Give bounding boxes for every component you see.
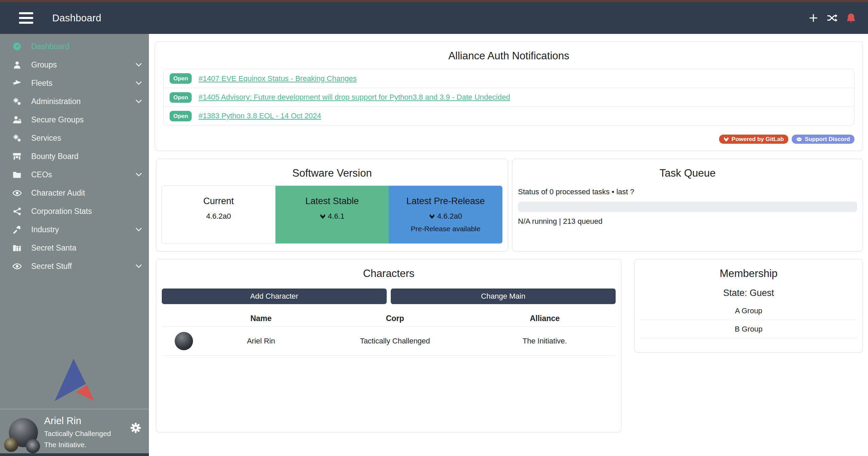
user-settings-button[interactable] <box>130 422 141 434</box>
user-alliance: The Initiative. <box>44 441 111 449</box>
status-badge: Open <box>170 73 192 84</box>
version-prerelease-cell: Latest Pre-Release 4.6.2a0 Pre-Release a… <box>389 186 502 243</box>
user-lock-icon <box>10 115 24 124</box>
user-panel: Ariel Rin Tactically Challenged The Init… <box>0 409 149 453</box>
sidebar-item-fleets[interactable]: Fleets <box>0 74 149 92</box>
gears-icon <box>10 134 24 142</box>
notifications-panel: Alliance Auth Notifications Open #1407 E… <box>155 41 863 151</box>
sidebar-item-bounty-board[interactable]: Bounty Board <box>0 147 149 165</box>
version-label: Current <box>162 196 275 206</box>
sidebar-item-label: Groups <box>31 60 57 70</box>
folder-icon <box>10 170 24 179</box>
status-badge: Open <box>170 92 192 103</box>
task-queue-summary: N/A running | 213 queued <box>518 217 857 226</box>
gitlab-icon <box>429 214 435 219</box>
notification-row: Open #1407 EVE Equinox Status - Breaking… <box>163 69 854 88</box>
notification-link[interactable]: #1405 Advisory: Future development will … <box>198 93 510 102</box>
shuffle-icon <box>827 13 837 23</box>
character-portrait <box>175 332 193 350</box>
sidebar-item-groups[interactable]: Groups <box>0 56 149 74</box>
alliance-auth-logo <box>54 359 94 401</box>
eye-icon <box>10 189 24 198</box>
version-value: 4.6.1 <box>328 212 345 221</box>
column-header-alliance: Alliance <box>474 314 616 323</box>
notifications-title: Alliance Auth Notifications <box>155 42 863 62</box>
sidebar-item-character-audit[interactable]: Character Audit <box>0 184 149 202</box>
support-discord-badge[interactable]: Support Discord <box>792 135 854 144</box>
user-info: Ariel Rin Tactically Challenged The Init… <box>44 415 111 449</box>
characters-buttons: Add Character Change Main <box>162 289 616 304</box>
add-button[interactable] <box>807 12 820 24</box>
version-value: 4.6.2a0 <box>437 212 462 221</box>
sidebar-item-label: Industry <box>31 225 59 234</box>
sidebar-item-services[interactable]: Services <box>0 129 149 147</box>
hamburger-bar <box>19 22 33 24</box>
chevron-down-icon <box>135 171 143 179</box>
powered-by-gitlab-badge[interactable]: Powered by GitLab <box>719 135 788 144</box>
spaceship-icon <box>10 79 24 87</box>
menu-toggle-button[interactable] <box>19 12 33 24</box>
notification-row: Open #1405 Advisory: Future development … <box>163 88 854 106</box>
task-queue-panel: Task Queue Status of 0 processed tasks •… <box>512 159 863 252</box>
add-character-button[interactable]: Add Character <box>162 289 387 304</box>
sidebar-item-industry[interactable]: Industry <box>0 220 149 239</box>
column-header-corp: Corp <box>316 314 474 323</box>
characters-table-header: Name Corp Alliance <box>162 310 616 326</box>
sidebar-item-secret-stuff[interactable]: Secret Stuff <box>0 257 149 275</box>
chevron-down-icon <box>135 61 143 69</box>
user-icon <box>10 61 24 69</box>
sidebar-item-secret-santa[interactable]: Secret Santa <box>0 239 149 257</box>
sidebar-item-label: Services <box>31 134 61 143</box>
gauge-icon <box>10 42 24 51</box>
sidebar-item-label: Corporation Stats <box>31 207 92 216</box>
gitlab-icon <box>724 137 729 142</box>
shuffle-button[interactable] <box>825 12 839 24</box>
version-value: 4.6.2a0 <box>206 212 231 221</box>
chevron-down-icon <box>135 225 143 234</box>
character-alliance: The Initiative. <box>474 337 616 345</box>
page-title: Dashboard <box>52 13 101 24</box>
software-version-title: Software Version <box>156 159 508 179</box>
membership-panel: Membership State: Guest A Group B Group <box>634 259 863 353</box>
membership-groups: A Group B Group <box>640 302 857 338</box>
bell-alert-icon <box>846 13 856 23</box>
notifications-list: Open #1407 EVE Equinox Status - Breaking… <box>163 69 854 125</box>
sidebar-item-label: Administration <box>31 97 81 106</box>
sidebar-item-corporation-stats[interactable]: Corporation Stats <box>0 202 149 220</box>
user-avatar-group <box>9 418 43 453</box>
top-navbar: Dashboard <box>0 2 868 34</box>
badge-label: Powered by GitLab <box>732 136 784 143</box>
character-name: Ariel Rin <box>206 337 316 345</box>
sidebar-item-secure-groups[interactable]: Secure Groups <box>0 111 149 129</box>
discord-icon <box>796 137 802 142</box>
notifications-bell-button[interactable] <box>844 11 858 25</box>
notification-link[interactable]: #1383 Python 3.8 EOL - 14 Oct 2024 <box>198 112 321 120</box>
sidebar-item-dashboard[interactable]: Dashboard <box>0 37 149 56</box>
sidebar-item-ceos[interactable]: CEOs <box>0 165 149 184</box>
chevron-down-icon <box>135 97 143 105</box>
sidebar-item-label: Bounty Board <box>31 152 78 161</box>
prerelease-note: Pre-Release available <box>389 225 502 233</box>
chevron-down-icon <box>135 79 143 87</box>
hammer-icon <box>10 225 24 234</box>
sidebar-item-administration[interactable]: Administration <box>0 92 149 111</box>
software-version-panel: Software Version Current 4.6.2a0 Latest … <box>156 159 508 252</box>
change-main-button[interactable]: Change Main <box>391 289 616 304</box>
notification-link[interactable]: #1407 EVE Equinox Status - Breaking Chan… <box>198 74 356 83</box>
membership-state: State: Guest <box>635 288 863 298</box>
characters-table: Name Corp Alliance Ariel Rin Tactically … <box>162 310 616 356</box>
user-name: Ariel Rin <box>44 415 111 427</box>
characters-title: Characters <box>156 259 621 280</box>
version-label: Latest Stable <box>275 196 389 206</box>
sidebar-item-label: Secret Stuff <box>31 262 72 271</box>
sidebar: Dashboard Groups Fleets Administra <box>0 34 149 456</box>
task-queue-title: Task Queue <box>513 159 863 179</box>
table-row: Ariel Rin Tactically Challenged The Init… <box>162 326 616 356</box>
version-label: Latest Pre-Release <box>389 196 502 206</box>
alliance-logo <box>26 439 40 453</box>
hamburger-bar <box>19 12 33 14</box>
list-item: B Group <box>640 320 857 338</box>
sidebar-nav: Dashboard Groups Fleets Administra <box>0 34 149 275</box>
version-box: Current 4.6.2a0 Latest Stable 4.6.1 Late… <box>161 185 503 244</box>
badge-label: Support Discord <box>805 136 850 143</box>
